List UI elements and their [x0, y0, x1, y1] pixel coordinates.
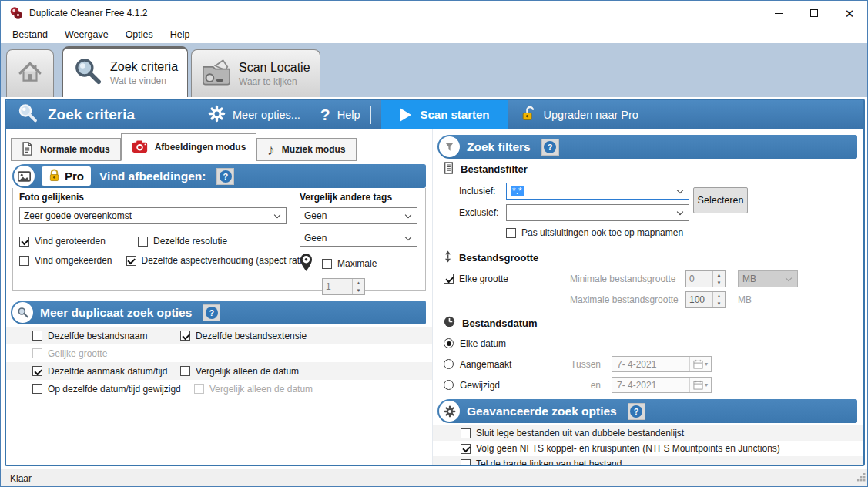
- checkbox-box: [32, 348, 42, 358]
- checkbox-label: Op dezelfde datum/tijd gewijzigd: [48, 384, 181, 395]
- checkbox-label: Sluit lege bestanden uit van dubbele bes…: [476, 428, 684, 438]
- tag1-select[interactable]: Geen: [300, 207, 417, 224]
- close-button[interactable]: ✕: [832, 1, 867, 25]
- radio-elke-datum[interactable]: Elke datum: [444, 338, 506, 349]
- menu-opties[interactable]: Opties: [117, 29, 162, 40]
- calendar-dropdown-button[interactable]: ▾: [689, 357, 711, 371]
- bestandsfilter-title: Bestandsfilter: [461, 163, 528, 175]
- checkbox-label: Vind omgekeerden: [35, 255, 112, 266]
- pro-badge-label: Pro: [65, 170, 84, 183]
- find-images-help-button[interactable]: ?: [216, 168, 234, 185]
- checkbox-box: [138, 237, 148, 247]
- checkbox-vergelijk-alleen-datum-2[interactable]: Vergelijk alleen de datum: [194, 384, 313, 395]
- max-size-spinner[interactable]: 100 ▲▼: [685, 291, 726, 308]
- inclusief-select[interactable]: *.*: [506, 183, 689, 200]
- menu-bestand[interactable]: Bestand: [4, 29, 56, 40]
- min-unit-select[interactable]: MB: [738, 270, 798, 287]
- home-icon: [17, 59, 43, 88]
- calendar-icon: [693, 380, 703, 390]
- compare-tags-label: Vergelijk andere tags: [300, 192, 417, 203]
- checkbox-dezelfde-aanmaak-datum[interactable]: Dezelfde aanmaak datum/tijd: [32, 366, 169, 377]
- maximize-icon: [810, 9, 818, 17]
- folder-scan-icon: [201, 59, 232, 89]
- tag2-select[interactable]: Geen: [300, 230, 417, 247]
- selecteren-button[interactable]: Selecteren: [693, 187, 748, 213]
- checkbox-dezelfde-bestandsnaam[interactable]: Dezelfde bestandsnaam: [32, 331, 169, 341]
- checkbox-vergelijk-alleen-datum-1[interactable]: Vergelijk alleen de datum: [180, 366, 299, 377]
- nav-tab-strip: Zoek criteria Wat te vinden Scan Locatie…: [1, 43, 867, 97]
- checkbox-vind-geroteerden[interactable]: Vind geroteerden: [19, 236, 124, 247]
- tab-afbeeldingen-modus[interactable]: Afbeeldingen modus: [121, 133, 257, 161]
- magnifier-circle-icon: [12, 302, 33, 323]
- checkbox-label: Vergelijk alleen de datum: [196, 366, 299, 377]
- photo-similarity-label: Foto gelijkenis: [19, 192, 290, 203]
- play-icon: [400, 108, 411, 122]
- scan-start-button[interactable]: Scan starten: [381, 100, 508, 129]
- help-button[interactable]: ? Help: [320, 106, 360, 124]
- option-row: Tel de harde linken van het bestand: [433, 456, 863, 466]
- tab-normale-label: Normale modus: [40, 144, 110, 155]
- spinner-buttons[interactable]: ▲▼: [352, 279, 364, 294]
- minimize-button[interactable]: [761, 1, 796, 25]
- maximale-spinner[interactable]: 1 ▲▼: [322, 278, 365, 295]
- checkbox-uitsluitingen-mapnamen[interactable]: Pas uitsluitingen ook toe op mapnamen: [506, 227, 683, 238]
- inclusief-value: *.*: [511, 186, 524, 196]
- upgrade-pro-button[interactable]: Upgraden naar Pro: [521, 106, 638, 124]
- spinner-buttons[interactable]: ▲▼: [712, 271, 725, 287]
- tab-scan-locatie[interactable]: Scan Locatie Waar te kijken: [191, 49, 320, 97]
- more-dup-help-button[interactable]: ?: [203, 304, 220, 321]
- radio-gewijzigd[interactable]: Gewijzigd: [444, 380, 561, 391]
- min-unit-value: MB: [742, 274, 756, 284]
- status-text: Klaar: [10, 473, 32, 484]
- right-panel: Zoek filters ? Bestandsfilter Inclusief:…: [432, 129, 863, 466]
- checkbox-label: Pas uitsluitingen ook toe op mapnamen: [521, 227, 683, 238]
- tab-muziek-modus[interactable]: ♪ Muziek modus: [256, 138, 356, 161]
- checkbox-tel-harde-linken[interactable]: Tel de harde linken van het bestand: [461, 458, 622, 466]
- tab-home[interactable]: [6, 49, 54, 97]
- radio-label: Gewijzigd: [460, 380, 500, 391]
- checkbox-label: Dezelfde resolutie: [153, 236, 227, 247]
- mode-tabs: Normale modus Afbeeldingen modus ♪ Muzie…: [6, 129, 432, 161]
- chevron-down-icon: [405, 234, 411, 240]
- checkbox-gelijke-grootte[interactable]: Gelijke grootte: [32, 348, 107, 359]
- more-options-button[interactable]: Meer opties...: [208, 105, 300, 125]
- radio-aangemaakt[interactable]: Aangemaakt: [444, 359, 561, 370]
- exclusief-label: Exclusief:: [459, 207, 498, 218]
- checkbox-sluit-lege-bestanden[interactable]: Sluit lege bestanden uit van dubbele bes…: [461, 428, 684, 438]
- maximize-button[interactable]: [796, 1, 832, 25]
- min-size-spinner[interactable]: 0 ▲▼: [685, 270, 726, 287]
- spinner-buttons[interactable]: ▲▼: [712, 292, 725, 307]
- resize-grip[interactable]: [856, 472, 866, 485]
- checkbox-volg-geen-ntfs[interactable]: Volg geen NFTS koppel- en kruispunten (N…: [461, 443, 780, 454]
- minimize-icon: [775, 13, 783, 14]
- checkbox-dezelfde-aspectverhouding[interactable]: Dezelfde aspectverhouding (aspect ratio): [126, 255, 310, 266]
- checkbox-vind-omgekeerden[interactable]: Vind omgekeerden: [19, 255, 112, 266]
- tab-muziek-label: Muziek modus: [282, 144, 346, 155]
- menu-weergave[interactable]: Weergave: [56, 29, 117, 40]
- date-to-picker[interactable]: 7- 4-2021 ▾: [612, 377, 712, 393]
- checkbox-box: [19, 256, 29, 266]
- status-bar: Klaar: [1, 469, 868, 487]
- checkbox-op-dezelfde-datum-gewijzigd[interactable]: Op dezelfde datum/tijd gewijzigd: [32, 384, 183, 395]
- checkbox-dezelfde-bestandsextensie[interactable]: Dezelfde bestandsextensie: [180, 331, 307, 341]
- zoek-filters-help-button[interactable]: ?: [541, 139, 559, 156]
- tab-afbeeldingen-label: Afbeeldingen modus: [155, 142, 246, 153]
- date-from-picker[interactable]: 7- 4-2021 ▾: [612, 356, 712, 372]
- more-dup-title: Meer duplicaat zoek opties: [40, 306, 192, 320]
- tab-normale-modus[interactable]: Normale modus: [11, 138, 121, 161]
- checkbox-dezelfde-resolutie[interactable]: Dezelfde resolutie: [138, 236, 227, 247]
- option-row: Op dezelfde datum/tijd gewijzigd Vergeli…: [6, 380, 432, 398]
- title-bar: Duplicate Cleaner Free 4.1.2 ✕: [1, 1, 867, 25]
- exclusief-select[interactable]: [506, 204, 689, 221]
- checkbox-maximale[interactable]: Maximale: [322, 258, 377, 269]
- option-row: Dezelfde aanmaak datum/tijd Vergelijk al…: [6, 362, 432, 380]
- checkbox-label: Tel de harde linken van het bestand: [476, 458, 622, 466]
- photo-similarity-select[interactable]: Zeer goede overeenkomst: [19, 207, 287, 224]
- advanced-help-button[interactable]: ?: [628, 403, 645, 420]
- menu-help[interactable]: Help: [162, 29, 199, 40]
- checkbox-elke-grootte[interactable]: Elke grootte: [444, 274, 570, 284]
- calendar-dropdown-button[interactable]: ▾: [689, 378, 711, 392]
- tab-zoek-criteria[interactable]: Zoek criteria Wat te vinden: [62, 46, 188, 97]
- zoek-filters-header: Zoek filters ?: [437, 135, 857, 159]
- size-row-min: Elke grootte Minimale bestandsgrootte 0 …: [433, 268, 863, 289]
